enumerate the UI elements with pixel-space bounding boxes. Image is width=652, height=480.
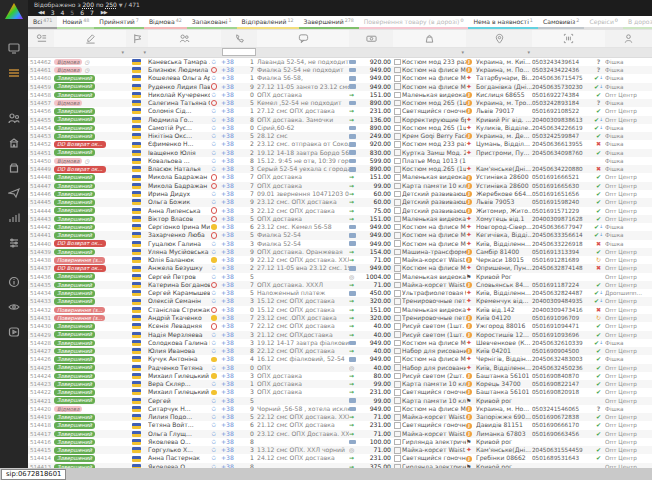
product-filter-dropdown[interactable]: ▾ [461,48,466,57]
settings-sliders-icon[interactable] [8,236,21,249]
table-row[interactable]: 514459 Завершений◷ Руденко Лидия Пав... … [28,83,652,91]
column-address-icon[interactable] [466,30,532,47]
display-icon[interactable] [8,41,21,54]
table-row[interactable]: 514444 Завершений◷ Анна Липенська +38 3 … [28,207,652,215]
status-tab[interactable]: Запаковані1 [187,16,237,29]
table-row[interactable]: 514441 Завершений◷ Захарченко Люба +38 5… [28,231,652,239]
table-row[interactable]: 514437 DD Возврат ок...◷ Анжела Безушку … [28,264,652,272]
table-row[interactable]: 514420 Відмова◷ Ситарчук Н... +38 9 Чорн… [28,405,652,413]
column-manager-icon[interactable] [605,30,652,47]
page-number[interactable]: 7 [90,9,94,16]
table-row[interactable]: 514427 Завершений◷ Юлия Иванова +38 8 22… [28,347,652,355]
table-row[interactable]: 514447 Завершений◷ Микола Бадражан +38 7… [28,182,652,190]
table-row[interactable]: 514423 Завершений◷ Вера Скляр... +38 1 О… [28,380,652,388]
table-row[interactable]: 514422 Завершений◷ Михаил Гилецький +38 … [28,388,652,396]
column-phone-icon[interactable] [221,30,257,47]
table-row[interactable]: 514453 Завершений◷ Нікітіна Окс... +38 5… [28,132,652,140]
status-tab[interactable]: Відмова42 [144,16,187,29]
orders-list-icon[interactable] [8,66,21,79]
table-row[interactable]: 514438 Повернення (з...◷ Юлія Баланюк +3… [28,256,652,264]
table-row[interactable]: 514429 Завершений◷ Надія Мерзляева +38 3… [28,331,652,339]
table-row[interactable]: 514455 Завершений◷ Людмила Го... +38 8 О… [28,116,652,124]
first-page-button[interactable]: ◀◀ [38,9,44,16]
ukraine-flag-icon [132,183,141,189]
table-row[interactable]: 514442 Завершений◷ Сергіонко Ірина Ми...… [28,223,652,231]
table-row[interactable]: 514443 Завершений◷ Віктор Власов +38 5 О… [28,215,652,223]
table-row[interactable]: 514418 Завершений◷ Тетяна Войт... +38 6 … [28,421,652,429]
table-row[interactable]: 514431 Повернення (з...◷ Андрій Ткаченко… [28,314,652,322]
table-row[interactable]: 514419 Завершений◷ Лилия Подо... +38 5 2… [28,413,652,421]
table-row[interactable]: 514426 Завершений◷ Кучук Антоніна +38 4 … [28,355,652,363]
status-tab[interactable]: Нема в наявності1 [468,16,537,29]
last-page-button[interactable]: ▶▶ [101,9,107,16]
table-row[interactable]: 514451 Завершений◷ Іващенко Юлія +38 2 1… [28,149,652,157]
column-status-icon[interactable] [54,30,126,47]
status-tab[interactable]: В дорозі додому0 [623,16,652,29]
table-row[interactable]: 514445 Завершений◷ Ольга Божик +38 9 23.… [28,198,652,206]
table-row[interactable]: 514454 Завершений◷ Самотій Рус... +38 0 … [28,124,652,132]
table-row[interactable]: 514414 Завершений◷ Анна Пастернак +38 1 … [28,454,652,462]
status-tab[interactable]: Завершений278 [299,16,359,29]
table-row[interactable]: 514432 Повернення (з...◷ Станіслав Стриж… [28,306,652,314]
status-tab[interactable]: Всі471 [28,16,57,29]
info-icon[interactable] [8,275,21,288]
company-icon[interactable] [8,136,21,149]
page-number[interactable]: 4 [61,9,65,16]
page-size-caret-icon[interactable]: ▼ [119,2,123,8]
table-row[interactable]: 514428 Завершений◷ Солодкова Галина В...… [28,339,652,347]
address-filter-dropdown[interactable]: ▾ [527,48,532,57]
status-tab[interactable]: Самовивіз2 [538,16,584,29]
broadcast-icon[interactable] [8,186,21,199]
page-number[interactable]: 3 [51,9,55,16]
table-row[interactable]: 514456 Завершений◷ Соломія Сід... +38 1 … [28,107,652,115]
table-row[interactable]: 514421 Завершений◷ Сергей +38 5 99.00 Ка… [28,397,652,405]
table-row[interactable]: 514435 Завершений◷ Катерина Богданова +3… [28,281,652,289]
country-filter-dropdown[interactable]: ▾ [143,48,148,57]
table-row[interactable]: 514433 Завершений◷ Олексій Семанін +38 3… [28,297,652,305]
status-tab[interactable]: Прийнятий7 [94,16,144,29]
table-row[interactable]: 514462 Відмова◷ Каневська Тамара ... +38… [28,58,652,66]
monitoring-eye-icon[interactable] [8,300,21,313]
table-row[interactable]: 514434 Завершений◷ Сергей Карамышев +38 … [28,289,652,297]
status-tab[interactable]: Сервіси0 [584,16,623,29]
video-help-icon[interactable] [8,325,21,338]
table-row[interactable]: 514457 Відмова◷ Салегина Татьяна С... +3… [28,99,652,107]
range-to[interactable]: 250 [105,1,116,8]
table-row[interactable]: 514424 Завершений◷ Михаил Гилецький +38 … [28,372,652,380]
page-number[interactable]: 5 [70,9,74,16]
table-row[interactable]: 514461 Відмова◷ Близнюк Людмила ... +38 … [28,66,652,74]
table-row[interactable]: 514446 Завершений◷ Ирина Дидух +38 7 09.… [28,190,652,198]
clients-icon[interactable] [8,111,21,124]
column-payment-icon[interactable] [349,30,393,47]
table-row[interactable]: 514425 Завершений◷ Радченко Тетяна +38 0… [28,364,652,372]
status-tab[interactable]: Новий48 [57,16,94,29]
page-number[interactable]: 6 [80,9,84,16]
column-client-icon[interactable] [148,30,221,47]
table-row[interactable]: 514450 Відмова◷ Ковальова ... +38 8 15.1… [28,157,652,165]
column-country-icon[interactable] [126,30,148,47]
range-from[interactable]: 200 [83,1,94,8]
product-box-icon [393,405,402,413]
table-row[interactable]: 514448 Завершений◷ Микола Бадражан +38 7… [28,173,652,181]
status-tab[interactable]: Відправлений12 [237,16,299,29]
column-product-icon[interactable] [393,30,466,47]
table-row[interactable]: 514439 Завершений◷ Уляна Мусійовська +38… [28,248,652,256]
column-id-sort-icon[interactable] [28,30,54,47]
stats-icon[interactable] [8,211,21,224]
column-comment-icon[interactable] [257,30,349,47]
status-tab[interactable]: Повернення товару (в дорозі)0 [359,16,469,29]
table-row[interactable]: 514452 DD Возврат ок...◷ Єфименко Н... +… [28,140,652,148]
table-row[interactable]: 514449 DD Возврат ок...◷ Власюк Наталья … [28,165,652,173]
table-row[interactable]: 514458 Завершений◷ Николай Кучеренко +38… [28,91,652,99]
table-row[interactable]: 514416 Завершений◷ Яковлева О... +38 8 1… [28,438,652,446]
phone-filter-input[interactable] [222,48,256,56]
table-row[interactable]: 514436 Завершений◷ Сергей Петров +38 5 1… [28,273,652,281]
table-row[interactable]: 514415 Завершений◷ Горгулько Х... +38 3 … [28,446,652,454]
products-cart-icon[interactable] [8,161,21,174]
table-row[interactable]: 514417 Завершений◷ Ольга Глущ... +38 0 2… [28,430,652,438]
status-filter-dropdown[interactable]: ▾ [121,48,126,57]
column-tracking-icon[interactable] [532,30,605,47]
table-row[interactable]: 514430 Завершений◷ Ксенія Левадняя +38 7… [28,322,652,330]
table-row[interactable]: 514460 Завершений◷ Кошелева Ольга Ар... … [28,74,652,82]
table-row[interactable]: 514440 DD Возврат ок...◷ Гуцалюк Галина … [28,240,652,248]
